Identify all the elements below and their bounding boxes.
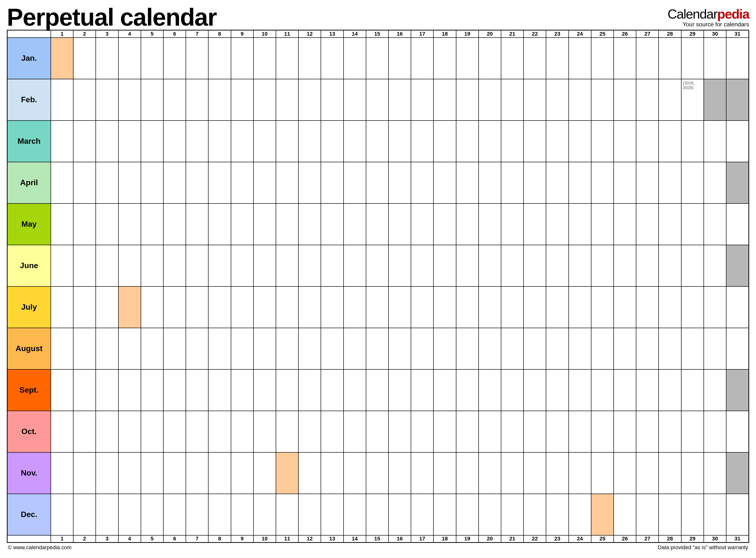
day-cell: [704, 245, 726, 286]
day-cell: [389, 411, 411, 452]
day-cell: [51, 203, 73, 245]
day-cell: [479, 328, 501, 370]
day-cell: [298, 79, 321, 121]
day-cell: [636, 79, 659, 121]
month-label: Sept.: [7, 370, 51, 411]
day-cell: [726, 286, 749, 328]
day-number-header: 23: [546, 535, 568, 542]
day-cell: [96, 328, 118, 370]
day-cell: [51, 370, 73, 411]
day-cell: [546, 328, 568, 370]
day-cell: [276, 37, 298, 79]
day-cell: [298, 411, 321, 452]
day-cell: [681, 162, 704, 203]
month-label: June: [7, 245, 51, 286]
day-cell: [141, 370, 163, 411]
day-number-header: 16: [389, 30, 411, 37]
day-cell: [321, 245, 343, 286]
day-cell: [231, 37, 253, 79]
day-cell: [344, 494, 366, 535]
day-cell: [411, 370, 434, 411]
day-number-header: 14: [344, 30, 366, 37]
day-cell: [141, 37, 163, 79]
day-number-header: 2: [73, 30, 96, 37]
day-cell: [96, 286, 118, 328]
day-cell: [456, 411, 479, 452]
day-number-header: 18: [434, 535, 456, 542]
day-number-header: 9: [231, 535, 253, 542]
day-cell: [51, 328, 73, 370]
day-cell: [366, 37, 389, 79]
day-cell: [546, 286, 568, 328]
day-cell: [434, 245, 456, 286]
day-number-header: 11: [276, 535, 298, 542]
day-cell: [501, 452, 523, 494]
day-cell: [726, 203, 749, 245]
day-cell: [231, 245, 253, 286]
day-number-header: 15: [366, 30, 389, 37]
day-cell: [501, 245, 523, 286]
day-number-header: 28: [659, 30, 681, 37]
day-cell: [614, 162, 636, 203]
day-cell: [231, 452, 253, 494]
day-number-header: 2: [73, 535, 96, 542]
day-cell: [163, 79, 186, 121]
day-cell: [366, 370, 389, 411]
day-cell: [253, 328, 276, 370]
day-cell: [321, 203, 343, 245]
day-cell: [208, 370, 231, 411]
day-cell: [501, 494, 523, 535]
day-cell: [456, 286, 479, 328]
month-label: Dec.: [7, 494, 51, 535]
day-cell: [344, 79, 366, 121]
day-cell: [366, 245, 389, 286]
day-cell: [411, 162, 434, 203]
footer-right: Data provided "as is" without warranty: [658, 544, 748, 551]
day-number-header: 18: [434, 30, 456, 37]
day-cell: [591, 245, 614, 286]
day-cell: [501, 286, 523, 328]
day-cell: [411, 452, 434, 494]
day-cell: [321, 452, 343, 494]
day-number-header: 17: [411, 535, 434, 542]
day-cell: [366, 286, 389, 328]
day-cell: [208, 452, 231, 494]
day-cell: [591, 79, 614, 121]
day-cell: [726, 452, 749, 494]
day-cell: [569, 162, 591, 203]
day-cell: [546, 37, 568, 79]
day-cell: [96, 79, 118, 121]
day-cell: [456, 452, 479, 494]
day-cell: [569, 79, 591, 121]
day-cell: [118, 328, 141, 370]
day-cell: [546, 121, 568, 162]
day-number-header: 31: [726, 30, 749, 37]
day-cell: [186, 286, 208, 328]
month-row: Sept.: [7, 370, 749, 411]
day-number-header: 30: [704, 535, 726, 542]
day-cell: [681, 328, 704, 370]
day-cell: [704, 494, 726, 535]
day-number-header: 19: [456, 30, 479, 37]
day-cell: [434, 162, 456, 203]
day-cell: [591, 162, 614, 203]
day-cell: [231, 328, 253, 370]
day-cell: [591, 286, 614, 328]
day-cell: [186, 162, 208, 203]
day-cell: [501, 411, 523, 452]
day-number-header: 17: [411, 30, 434, 37]
header: Perpetual calendar Calendarpedia Your so…: [7, 5, 749, 29]
day-cell: [434, 411, 456, 452]
day-number-header: 27: [636, 30, 659, 37]
day-cell: [163, 245, 186, 286]
day-cell: [614, 494, 636, 535]
day-cell: [163, 411, 186, 452]
day-cell: [208, 79, 231, 121]
day-number-header: 12: [298, 535, 321, 542]
day-cell: [569, 37, 591, 79]
day-cell: [591, 328, 614, 370]
day-number-header: 6: [163, 535, 186, 542]
day-cell: [434, 79, 456, 121]
day-cell: [253, 162, 276, 203]
day-cell: [479, 411, 501, 452]
